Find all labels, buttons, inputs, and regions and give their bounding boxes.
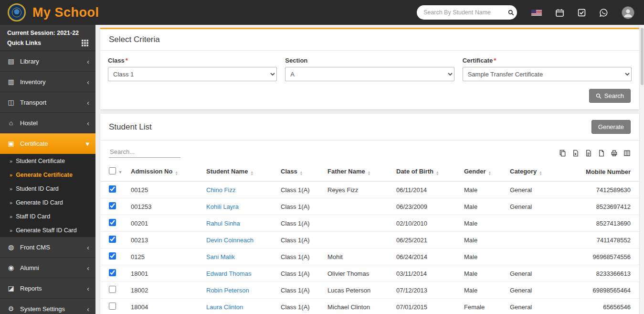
row-checkbox[interactable]	[109, 219, 116, 226]
submenu-item-generate-staff-id-card[interactable]: » Generate Staff ID Card	[0, 223, 95, 237]
section-select[interactable]: A	[285, 67, 454, 81]
row-checkbox[interactable]	[109, 269, 116, 276]
copy-icon[interactable]	[559, 150, 566, 157]
gender-cell: Male	[460, 198, 506, 215]
dob-cell: 07/01/2015	[392, 299, 460, 314]
scrollbar[interactable]	[640, 25, 644, 314]
sidebar-item-system-settings[interactable]: ⚙ System Settings ‹	[0, 299, 95, 314]
submenu-item-student-id-card[interactable]: » Student ID Card	[0, 182, 95, 195]
category-cell: General	[506, 182, 552, 198]
father-name-cell: Olivier Thomas	[324, 265, 392, 282]
user-avatar[interactable]	[622, 6, 634, 19]
scrollbar-thumb[interactable]	[641, 28, 644, 85]
column-header-date-of-birth[interactable]: Date of Birth▲▼	[392, 162, 460, 182]
calendar-icon[interactable]	[556, 9, 564, 17]
excel-icon[interactable]	[572, 150, 579, 157]
certificate-submenu: » Student Certificate » Generate Certifi…	[0, 154, 95, 237]
mobile-cell: 65656546	[552, 299, 639, 314]
table-row: 00125 Chino Fizz Class 1(A) Reyes Fizz 0…	[100, 182, 639, 198]
sidebar-item-reports[interactable]: ◪ Reports ‹	[0, 278, 95, 299]
sidebar-item-inventory[interactable]: ▥ Inventory ‹	[0, 72, 95, 92]
inventory-icon: ▥	[6, 78, 16, 86]
student-name-link[interactable]: Laura Clinton	[202, 299, 277, 314]
admission-no-cell: 0125	[127, 249, 202, 265]
sort-icon: ▲▼	[250, 171, 253, 175]
us-flag-icon[interactable]	[531, 10, 542, 16]
whatsapp-icon[interactable]	[600, 9, 608, 17]
sidebar-item-alumni[interactable]: ◉ Alumni ‹	[0, 258, 95, 278]
submenu-item-generate-certificate[interactable]: » Generate Certificate	[0, 168, 95, 182]
student-name-link[interactable]: Sani Malik	[202, 249, 277, 265]
column-header-mobile-number[interactable]: Mobile Number	[552, 162, 639, 182]
student-search-input[interactable]	[423, 9, 508, 16]
search-icon	[596, 93, 602, 99]
sidebar-item-front-cms[interactable]: ◍ Front CMS ‹	[0, 237, 95, 258]
section-label: Section	[285, 57, 307, 64]
admission-no-cell: 18001	[127, 265, 202, 282]
gender-cell: Male	[460, 182, 506, 198]
print-icon[interactable]	[611, 150, 618, 157]
category-cell: General	[506, 265, 552, 282]
row-checkbox[interactable]	[109, 303, 116, 310]
dob-cell: 03/11/2014	[392, 265, 460, 282]
sort-icon: ▲▼	[175, 171, 178, 175]
sidebar-item-hostel[interactable]: ⌂ Hostel ‹	[0, 113, 95, 133]
gender-cell: Female	[460, 299, 506, 314]
select-all-checkbox[interactable]	[109, 167, 116, 174]
admission-no-cell: 00201	[127, 215, 202, 232]
column-header-student-name[interactable]: Student Name▲▼	[202, 162, 277, 182]
student-name-link[interactable]: Rahul Sinha	[202, 215, 277, 232]
submenu-item-staff-id-card[interactable]: » Staff ID Card	[0, 209, 95, 223]
admission-no-cell: 18004	[127, 299, 202, 314]
column-header-father-name[interactable]: Father Name▲▼	[324, 162, 392, 182]
student-name-link[interactable]: Robin Peterson	[202, 282, 277, 299]
admission-no-cell: 001253	[127, 198, 202, 215]
generate-button[interactable]: Generate	[591, 120, 631, 134]
student-name-link[interactable]: Chino Fizz	[202, 182, 277, 198]
tasks-icon[interactable]	[578, 9, 586, 17]
double-arrow-icon: »	[10, 227, 12, 233]
category-cell: General	[506, 198, 552, 215]
table-row: 001253 Kohili Layra Class 1(A) 06/23/200…	[100, 198, 639, 215]
sidebar-item-library[interactable]: ▤ Library ‹	[0, 51, 95, 72]
student-name-link[interactable]: Devin Coinneach	[202, 232, 277, 249]
double-arrow-icon: »	[10, 172, 12, 178]
student-name-link[interactable]: Kohili Layra	[202, 198, 277, 215]
mobile-cell: 7412589630	[552, 182, 639, 198]
search-button[interactable]: Search	[589, 89, 631, 103]
current-session-label: Current Session: 2021-22	[0, 25, 95, 37]
sidebar-item-transport[interactable]: ◫ Transport ‹	[0, 92, 95, 113]
quick-links[interactable]: Quick Links	[0, 37, 95, 51]
row-checkbox[interactable]	[109, 286, 116, 293]
column-header-class[interactable]: Class▲▼	[277, 162, 324, 182]
student-name-link[interactable]: Edward Thomas	[202, 265, 277, 282]
chevron-left-icon: ‹	[87, 305, 89, 313]
csv-icon[interactable]	[585, 150, 592, 157]
row-checkbox[interactable]	[109, 185, 116, 193]
column-header-admission-no[interactable]: Admission No▲▼	[127, 162, 202, 182]
column-header-gender[interactable]: Gender▲▼	[460, 162, 506, 182]
table-search-input[interactable]	[109, 146, 180, 158]
row-checkbox[interactable]	[109, 202, 116, 209]
certificate-icon: ▣	[6, 140, 16, 147]
columns-icon[interactable]	[623, 150, 631, 157]
sort-icon: ▲▼	[368, 171, 370, 175]
search-icon[interactable]	[508, 10, 514, 16]
certificate-select[interactable]: Sample Transfer Certificate	[463, 67, 632, 81]
category-cell	[506, 215, 552, 232]
brand-title: My School	[32, 5, 99, 20]
row-checkbox[interactable]	[109, 252, 116, 260]
category-cell: General	[506, 299, 552, 314]
column-header-category[interactable]: Category▲▼	[506, 162, 552, 182]
pdf-icon[interactable]	[598, 150, 605, 157]
grid-icon	[82, 40, 88, 46]
class-select[interactable]: Class 1	[108, 67, 277, 81]
class-label: Class	[108, 57, 125, 64]
mobile-cell: 96968574556	[552, 249, 639, 265]
submenu-item-student-certificate[interactable]: » Student Certificate	[0, 154, 95, 168]
class-cell: Class 1(A)	[277, 198, 324, 215]
sidebar-item-certificate[interactable]: ▣ Certificate ▾	[0, 133, 95, 154]
school-logo[interactable]	[8, 3, 26, 22]
submenu-item-generate-id-card[interactable]: » Generate ID Card	[0, 195, 95, 209]
row-checkbox[interactable]	[109, 236, 116, 243]
